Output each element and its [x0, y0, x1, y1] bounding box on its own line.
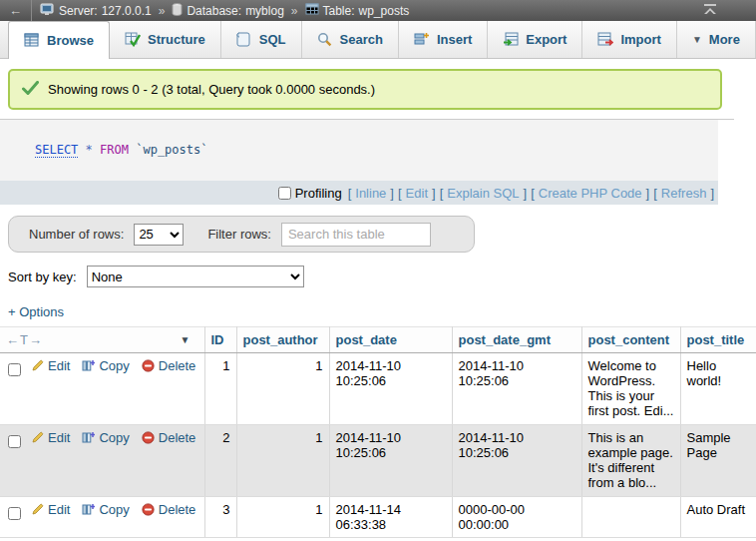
cell-id: 3 [204, 497, 236, 538]
search-icon [317, 32, 333, 48]
profiling-checkbox[interactable] [278, 187, 291, 200]
row-checkbox[interactable] [8, 435, 21, 448]
table-link[interactable]: wp_posts [359, 4, 410, 18]
cell-id: 1 [204, 353, 236, 425]
create-php-code-link[interactable]: Create PHP Code [539, 186, 642, 201]
breadcrumb-database: Database: myblog [172, 3, 283, 19]
column-header-post-title[interactable]: post_title [680, 327, 756, 353]
column-header-post-content[interactable]: post_content [581, 327, 680, 353]
tab-insert[interactable]: Insert [399, 21, 488, 58]
row-actions-cell: Edit Copy Delete [0, 353, 204, 425]
server-icon [40, 3, 55, 19]
bracket: ] [710, 186, 714, 201]
bracket: ] [432, 186, 436, 201]
sort-by-key-select[interactable]: None [87, 266, 304, 287]
table-icon [305, 3, 319, 19]
column-header-post-author[interactable]: post_author [236, 327, 329, 353]
cell-post-author: 1 [236, 425, 329, 497]
bracket: ] [646, 186, 650, 201]
breadcrumb-table: Table: wp_posts [305, 3, 410, 19]
number-of-rows-label: Number of rows: [29, 227, 124, 242]
import-icon [597, 32, 613, 48]
tab-search[interactable]: Search [302, 21, 399, 58]
table-row: Edit Copy Delete 2 1 2014-11-10 10:25:06… [0, 425, 756, 497]
success-message: Showing rows 0 - 2 (3 total, Query took … [8, 69, 722, 110]
tab-search-label: Search [340, 32, 383, 47]
breadcrumb-server: Server: 127.0.0.1 [40, 3, 152, 19]
browse-icon [24, 33, 40, 49]
row-checkbox[interactable] [8, 507, 21, 520]
bracket: [ [531, 186, 535, 201]
copy-row-link[interactable]: Copy [82, 502, 129, 517]
tab-structure[interactable]: Structure [110, 21, 221, 58]
row-actions-cell: Edit Copy Delete [0, 425, 204, 497]
success-check-icon [22, 81, 39, 98]
tab-import-label: Import [620, 32, 660, 47]
copy-row-link[interactable]: Copy [82, 430, 129, 445]
inline-link[interactable]: Inline [355, 186, 386, 201]
breadcrumb-separator: » [291, 4, 298, 18]
transpose-options-icon[interactable]: ←T→ [6, 332, 43, 347]
delete-icon [142, 431, 155, 444]
tab-browse[interactable]: Browse [8, 21, 110, 59]
column-header-post-date[interactable]: post_date [329, 327, 452, 353]
cell-post-title: Auto Draft [680, 497, 756, 538]
table-label: Table: [323, 4, 355, 18]
rows-controls-bar: Number of rows: 25 Filter rows: [8, 216, 475, 253]
explain-sql-link[interactable]: Explain SQL [447, 186, 519, 201]
refresh-link[interactable]: Refresh [661, 186, 707, 201]
bracket: [ [440, 186, 444, 201]
tab-sql-label: SQL [259, 32, 286, 47]
tab-structure-label: Structure [148, 32, 205, 47]
delete-row-link[interactable]: Delete [142, 502, 196, 517]
sql-table-identifier: `wp_posts` [136, 143, 207, 157]
cell-post-date-gmt: 0000-00-00 00:00:00 [452, 497, 581, 538]
sql-query-box: SELECT * FROM `wp_posts` [0, 120, 718, 181]
structure-icon [125, 32, 141, 48]
copy-icon [82, 359, 95, 372]
pencil-icon [31, 503, 44, 516]
cell-post-content [581, 497, 680, 538]
column-header-post-date-gmt[interactable]: post_date_gmt [452, 327, 581, 353]
bracket: [ [398, 186, 402, 201]
tab-bar: Browse Structure SQL Search Insert Expor… [0, 21, 756, 59]
row-checkbox[interactable] [8, 363, 21, 376]
cell-post-author: 1 [236, 497, 329, 538]
tab-insert-label: Insert [437, 32, 472, 47]
query-toolbar: Profiling [ Inline ] [ Edit ] [ Explain … [0, 181, 718, 205]
delete-row-link[interactable]: Delete [142, 430, 196, 445]
server-link[interactable]: 127.0.0.1 [102, 4, 152, 18]
delete-icon [142, 503, 155, 516]
filter-rows-input[interactable] [281, 223, 431, 247]
column-header-id[interactable]: ID [204, 327, 236, 353]
collapse-top-icon[interactable] [702, 3, 718, 19]
cell-post-date: 2014-11-10 10:25:06 [329, 353, 452, 425]
tab-browse-label: Browse [47, 33, 94, 48]
tab-export[interactable]: Export [488, 21, 582, 58]
copy-row-link[interactable]: Copy [82, 358, 129, 373]
edit-row-link[interactable]: Edit [31, 430, 70, 445]
edit-row-link[interactable]: Edit [31, 502, 70, 517]
sql-keyword-from: FROM [100, 143, 129, 157]
sql-star: * [86, 143, 93, 157]
tab-sql[interactable]: SQL [221, 21, 302, 58]
pencil-icon [31, 359, 44, 372]
cell-id: 2 [204, 425, 236, 497]
database-link[interactable]: myblog [245, 4, 284, 18]
table-row: Edit Copy Delete 1 1 2014-11-10 10:25:06… [0, 353, 756, 425]
options-toggle-link[interactable]: + Options [8, 304, 64, 319]
tab-more-label: More [709, 32, 740, 47]
edit-row-link[interactable]: Edit [31, 358, 70, 373]
bracket: [ [653, 186, 657, 201]
back-arrow-button[interactable]: ← [0, 0, 32, 21]
number-of-rows-select[interactable]: 25 [134, 224, 184, 246]
cell-post-date-gmt: 2014-11-10 10:25:06 [452, 425, 581, 497]
sql-keyword-select[interactable]: SELECT [35, 143, 78, 158]
delete-row-link[interactable]: Delete [142, 358, 196, 373]
tab-more[interactable]: ▼ More [677, 21, 756, 58]
tab-import[interactable]: Import [582, 21, 676, 58]
breadcrumb-bar: ← Server: 127.0.0.1 » Database: myblog »… [0, 0, 756, 21]
sort-by-key-label: Sort by key: [8, 270, 77, 284]
sort-caret-icon[interactable]: ▼ [181, 334, 190, 345]
edit-query-link[interactable]: Edit [406, 186, 428, 201]
